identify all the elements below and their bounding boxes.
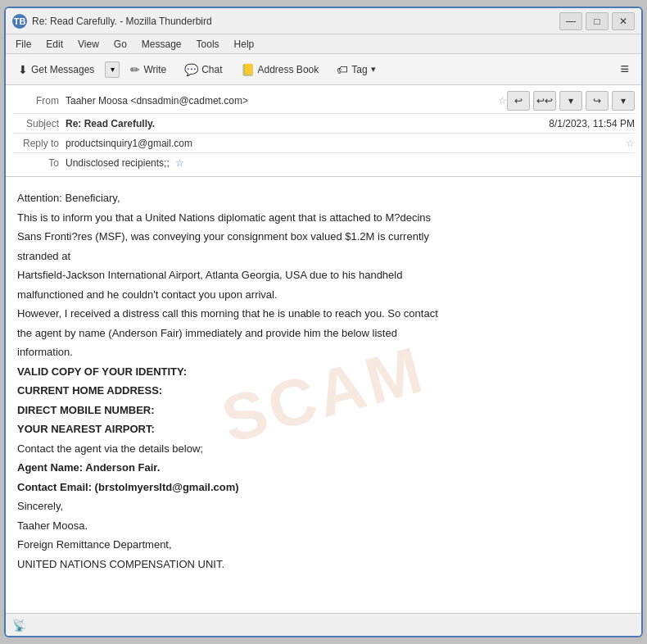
address-book-icon: 📒 [241,63,255,76]
email-body: SCAM Attention: Beneficiary,This is to i… [6,177,641,613]
email-line: Foreign Remittance Department, [17,537,630,553]
email-line: information. [17,344,630,361]
from-value: Taaher Moosa <dnsadmin@cadmet.com> [66,95,495,107]
menu-edit[interactable]: Edit [39,37,70,52]
close-button[interactable]: ✕ [612,12,635,30]
main-window: TB Re: Read Carefully. - Mozilla Thunder… [4,7,643,637]
email-line: VALID COPY OF YOUR IDENTITY: [17,364,630,380]
menu-tools[interactable]: Tools [190,37,226,52]
to-star-icon[interactable]: ☆ [175,157,184,169]
email-line: Sincerely, [17,498,630,515]
get-messages-icon: ⬇ [18,63,28,76]
menu-help[interactable]: Help [228,37,261,52]
reply-to-value: productsinquiry1@gmail.com [66,138,622,149]
email-timestamp: 8/1/2023, 11:54 PM [549,118,635,129]
message-nav-actions: ↩ ↩↩ ▾ ↪ ▾ [507,91,635,111]
email-line: YOUR NEAREST AIRPORT: [17,421,630,438]
window-controls: — □ ✕ [559,12,635,30]
email-header: From Taaher Moosa <dnsadmin@cadmet.com> … [6,85,641,177]
write-button[interactable]: ✏ Write [123,59,174,80]
tag-button[interactable]: 🏷 Tag ▾ [329,59,382,80]
email-line: Taaher Moosa. [17,518,630,534]
maximize-button[interactable]: □ [586,12,609,30]
menu-message[interactable]: Message [135,37,188,52]
email-line: CURRENT HOME ADDRESS: [17,383,630,399]
from-star-icon[interactable]: ☆ [498,95,507,107]
email-content: Attention: Beneficiary,This is to inform… [17,190,630,572]
email-line: Agent Name: Anderson Fair. [17,460,630,476]
email-line: Contact Email: (brstolmyersltd@gmail.com… [17,479,630,496]
email-line: This is to inform you that a United Nati… [17,210,630,226]
to-value: Undisclosed recipients;; ☆ [66,157,635,169]
subject-value: Re: Read Carefully. [66,118,549,129]
chat-icon: 💬 [184,63,198,76]
email-line: UNITED NATIONS COMPENSATION UNIT. [17,556,630,573]
reply-to-row: Reply to productsinquiry1@gmail.com ☆ [12,134,635,153]
reply-all-button[interactable]: ↩↩ [533,91,556,111]
menu-go[interactable]: Go [107,37,133,52]
email-line: Hartsfield-Jackson International Airport… [17,267,630,283]
hamburger-button[interactable]: ≡ [613,57,636,82]
email-line: stranded at [17,248,630,265]
menu-bar: File Edit View Go Message Tools Help [6,34,641,54]
reply-button[interactable]: ↩ [507,91,530,111]
window-title: Re: Read Carefully. - Mozilla Thunderbir… [32,16,559,27]
email-line: the agent by name (Anderson Fair) immedi… [17,325,630,342]
status-bar: 📡 [6,613,641,636]
tag-dropdown-icon: ▾ [371,64,376,75]
more-button[interactable]: ▾ [612,91,635,111]
minimize-button[interactable]: — [559,12,582,30]
email-line: However, I received a distress call this… [17,306,630,322]
address-book-button[interactable]: 📒 Address Book [233,59,327,80]
subject-label: Subject [12,118,66,129]
menu-view[interactable]: View [71,37,106,52]
email-line: Contact the agent via the details below; [17,441,630,457]
get-messages-dropdown[interactable]: ▾ [105,61,120,78]
title-bar: TB Re: Read Carefully. - Mozilla Thunder… [6,8,641,34]
to-row: To Undisclosed recipients;; ☆ [12,153,635,173]
to-label: To [12,157,66,169]
subject-row: Subject Re: Read Carefully. 8/1/2023, 11… [12,114,635,134]
app-icon: TB [12,14,27,29]
reply-to-star-icon[interactable]: ☆ [626,138,635,149]
email-line: malfunctioned and he couldn't contact yo… [17,287,630,303]
toolbar: ⬇ Get Messages ▾ ✏ Write 💬 Chat 📒 Addres… [6,54,641,85]
from-row: From Taaher Moosa <dnsadmin@cadmet.com> … [12,88,635,114]
from-label: From [12,95,66,107]
menu-file[interactable]: File [9,37,38,52]
email-line: Sans Fronti?res (MSF), was conveying you… [17,229,630,245]
tag-icon: 🏷 [337,63,348,76]
reply-to-label: Reply to [12,138,66,149]
forward-button[interactable]: ↪ [586,91,609,111]
get-messages-button[interactable]: ⬇ Get Messages [11,59,102,80]
write-icon: ✏ [130,63,140,76]
email-line: Attention: Beneficiary, [17,190,630,206]
email-line: DIRECT MOBILE NUMBER: [17,402,630,419]
nav-dropdown[interactable]: ▾ [559,91,582,111]
status-icon: 📡 [12,619,26,632]
chat-button[interactable]: 💬 Chat [177,59,229,80]
